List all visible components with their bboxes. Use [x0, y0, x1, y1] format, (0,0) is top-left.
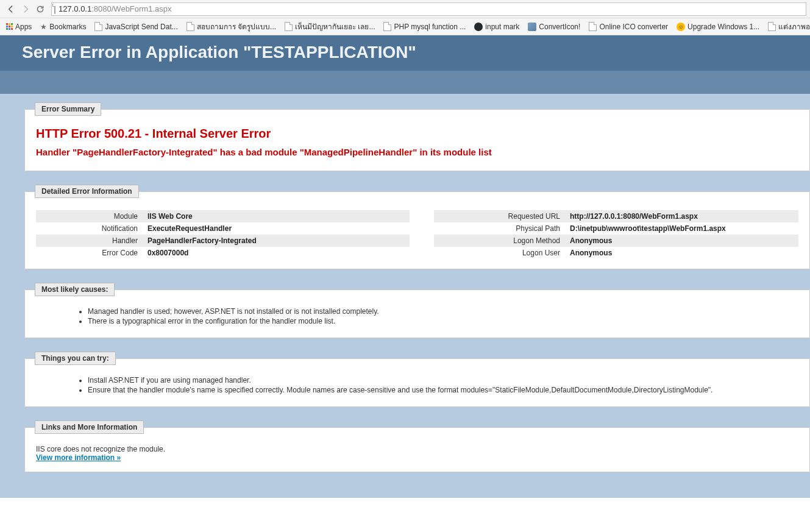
bookmark-item[interactable]: PHP mysql function ... — [381, 20, 468, 34]
detail-table-left: ModuleIIS Web CoreNotificationExecuteReq… — [36, 210, 410, 259]
upgrade-icon: ☺ — [677, 23, 685, 31]
detail-label: Handler — [36, 235, 143, 247]
bookmark-label: แต่งภาพออน — [778, 21, 810, 32]
bookmark-item[interactable]: เห็นมีปัญหากันเยอะ เลย... — [282, 20, 377, 34]
error-subtitle: Handler "PageHandlerFactory-Integrated" … — [36, 147, 798, 157]
detail-value: D:\inetpub\wwwroot\testapp\WebForm1.aspx — [565, 222, 798, 235]
detail-row: ModuleIIS Web Core — [36, 210, 410, 222]
error-summary-legend: Error Summary — [35, 102, 101, 116]
apps-button[interactable]: Apps — [4, 21, 34, 32]
error-title: HTTP Error 500.21 - Internal Server Erro… — [36, 127, 798, 141]
bookmark-label: input mark — [485, 23, 519, 31]
detail-value: ExecuteRequestHandler — [143, 222, 410, 235]
detail-row: Error Code0x8007000d — [36, 247, 410, 259]
detail-value: PageHandlerFactory-Integrated — [143, 235, 410, 247]
likely-causes-legend: Most likely causes: — [35, 283, 115, 296]
list-item: There is a typographical error in the co… — [88, 317, 798, 325]
bookmark-label: เห็นมีปัญหากันเยอะ เลย... — [295, 21, 375, 32]
page-icon — [383, 22, 391, 31]
list-item: Managed handler is used; however, ASP.NE… — [88, 307, 798, 316]
error-page: Server Error in Application "TESTAPPLICA… — [0, 35, 810, 498]
bookmark-item[interactable]: ConvertIcon! — [525, 20, 583, 34]
links-legend: Links and More Information — [35, 420, 144, 434]
detail-row: Requested URLhttp://127.0.0.1:8080/WebFo… — [434, 210, 798, 222]
try-list: Install ASP.NET if you are using managed… — [88, 376, 798, 394]
bookmark-item[interactable]: ★Bookmarks — [38, 20, 88, 34]
likely-causes-panel: Most likely causes: Managed handler is u… — [24, 283, 810, 338]
detail-row: Physical PathD:\inetpub\wwwroot\testapp\… — [434, 222, 798, 235]
bookmark-item[interactable]: Online ICO converter — [586, 20, 670, 34]
apps-label: Apps — [15, 23, 32, 31]
address-bar[interactable]: 127.0.0.1:8080/WebForm1.aspx — [51, 2, 806, 16]
forward-button[interactable] — [18, 2, 33, 16]
detail-row: NotificationExecuteRequestHandler — [36, 222, 410, 235]
bookmark-label: Bookmarks — [49, 23, 86, 31]
links-text: IIS core does not recognize the module. — [36, 445, 798, 453]
detail-row: Logon UserAnonymous — [434, 247, 798, 259]
detail-label: Notification — [36, 222, 143, 235]
bookmark-label: ConvertIcon! — [539, 23, 580, 31]
detail-value: 0x8007000d — [143, 247, 410, 259]
page-icon — [768, 22, 776, 31]
url-path: :8080/WebForm1.aspx — [91, 4, 171, 13]
detail-value: http://127.0.0.1:8080/WebForm1.aspx — [565, 210, 798, 222]
page-icon — [187, 22, 194, 31]
detailed-error-legend: Detailed Error Information — [35, 185, 139, 198]
reload-button[interactable] — [33, 2, 48, 16]
detail-value: Anonymous — [565, 247, 798, 259]
error-summary-panel: Error Summary HTTP Error 500.21 - Intern… — [24, 102, 810, 171]
bookmark-label: JavaScript Send Dat... — [105, 23, 177, 31]
bookmark-item[interactable]: สอบถามการ จัดรูปแบบ... — [184, 20, 279, 34]
page-icon — [589, 22, 597, 31]
list-item: Install ASP.NET if you are using managed… — [88, 376, 798, 385]
detail-row: Logon MethodAnonymous — [434, 235, 798, 247]
browser-toolbar: 127.0.0.1:8080/WebForm1.aspx — [0, 0, 810, 18]
converticon-icon — [528, 23, 536, 31]
view-more-link[interactable]: View more information » — [36, 453, 121, 462]
links-panel: Links and More Information IIS core does… — [24, 420, 810, 472]
page-icon — [94, 22, 102, 31]
bookmarks-bar: Apps ★BookmarksJavaScript Send Dat...สอบ… — [0, 18, 810, 35]
bookmark-item[interactable]: input mark — [472, 20, 522, 34]
bookmark-item[interactable]: JavaScript Send Dat... — [92, 20, 180, 34]
apps-icon — [6, 23, 13, 30]
detail-label: Error Code — [36, 247, 143, 259]
bookmark-label: Online ICO converter — [599, 23, 668, 31]
detail-label: Physical Path — [434, 222, 565, 235]
detail-label: Requested URL — [434, 210, 565, 222]
github-icon — [474, 23, 483, 31]
sub-banner — [0, 71, 810, 94]
page-title: Server Error in Application "TESTAPPLICA… — [0, 35, 810, 71]
detail-value: Anonymous — [565, 235, 798, 247]
detail-row: HandlerPageHandlerFactory-Integrated — [36, 235, 410, 247]
detail-label: Module — [36, 210, 143, 222]
page-icon — [54, 4, 55, 13]
detail-table-right: Requested URLhttp://127.0.0.1:8080/WebFo… — [434, 210, 798, 259]
detail-value: IIS Web Core — [143, 210, 410, 222]
back-button[interactable] — [4, 2, 18, 16]
detailed-error-panel: Detailed Error Information ModuleIIS Web… — [24, 185, 810, 269]
detail-label: Logon Method — [434, 235, 565, 247]
star-icon: ★ — [40, 23, 47, 31]
things-to-try-legend: Things you can try: — [35, 352, 116, 365]
things-to-try-panel: Things you can try: Install ASP.NET if y… — [24, 352, 810, 407]
causes-list: Managed handler is used; however, ASP.NE… — [88, 307, 798, 325]
bookmark-item[interactable]: แต่งภาพออน — [766, 20, 810, 34]
page-icon — [285, 22, 293, 31]
list-item: Ensure that the handler module's name is… — [88, 386, 798, 394]
url-host: 127.0.0.1 — [59, 4, 91, 13]
bookmark-label: PHP mysql function ... — [394, 23, 466, 31]
bookmark-item[interactable]: ☺Upgrade Windows 1... — [674, 20, 762, 34]
detail-label: Logon User — [434, 247, 565, 259]
bookmark-label: สอบถามการ จัดรูปแบบ... — [197, 21, 276, 32]
bookmark-label: Upgrade Windows 1... — [687, 23, 759, 31]
